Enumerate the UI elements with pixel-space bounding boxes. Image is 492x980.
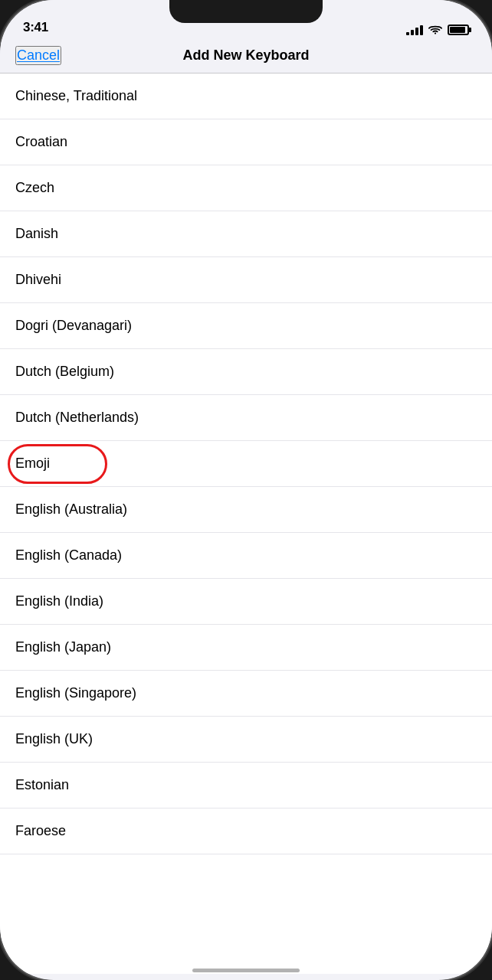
list-item-label: Dogri (Devanagari) [15,318,132,334]
list-item-label: Czech [15,180,54,196]
notch [169,0,323,23]
list-item-label: Estonian [15,777,69,793]
list-item-dutch-belgium[interactable]: Dutch (Belgium) [0,349,492,395]
list-item-czech[interactable]: Czech [0,165,492,211]
list-item-label: Croatian [15,134,67,150]
list-item-label: Chinese, Traditional [15,88,137,104]
list-item-label: Danish [15,226,58,242]
phone-screen: 3:41 [0,0,492,980]
list-item-label: English (Singapore) [15,685,136,701]
signal-icon [406,25,423,35]
list-item-label: Dutch (Belgium) [15,364,114,380]
list-item-dutch-netherlands[interactable]: Dutch (Netherlands) [0,395,492,441]
list-item-english-canada[interactable]: English (Canada) [0,533,492,579]
list-item-label: English (Canada) [15,547,122,564]
list-item-croatian[interactable]: Croatian [0,119,492,165]
phone-frame: 3:41 [0,0,492,980]
list-item-emoji[interactable]: Emoji [0,441,492,487]
list-item-chinese-traditional[interactable]: Chinese, Traditional [0,74,492,119]
home-indicator [192,969,300,972]
nav-bar: Cancel Add New Keyboard [0,40,492,74]
list-item-dogri-devanagari[interactable]: Dogri (Devanagari) [0,303,492,349]
status-icons [406,24,469,35]
list-item-label: Dutch (Netherlands) [15,410,139,426]
list-item-english-japan[interactable]: English (Japan) [0,625,492,671]
battery-fill [450,27,465,33]
list-item-label: English (UK) [15,731,93,747]
list-item-label: Emoji [15,456,50,472]
cancel-button[interactable]: Cancel [15,46,61,65]
page-title: Add New Keyboard [183,47,310,64]
wifi-icon [428,25,442,35]
list-item-english-uk[interactable]: English (UK) [0,717,492,763]
list-item-label: English (India) [15,593,103,609]
list-item-label: English (Australia) [15,501,127,518]
list-item-label: Dhivehi [15,272,61,288]
list-item-label: English (Japan) [15,639,111,655]
list-item-estonian[interactable]: Estonian [0,763,492,808]
list-item-english-india[interactable]: English (India) [0,579,492,625]
battery-icon [448,24,469,35]
list-item-english-australia[interactable]: English (Australia) [0,487,492,533]
list-item-faroese[interactable]: Faroese [0,808,492,854]
list-item-danish[interactable]: Danish [0,211,492,257]
list-item-label: Faroese [15,823,66,839]
list-item-english-singapore[interactable]: English (Singapore) [0,671,492,717]
status-time: 3:41 [23,20,48,35]
list-item-dhivehi[interactable]: Dhivehi [0,257,492,303]
keyboard-list: Chinese, TraditionalCroatianCzechDanishD… [0,74,492,974]
